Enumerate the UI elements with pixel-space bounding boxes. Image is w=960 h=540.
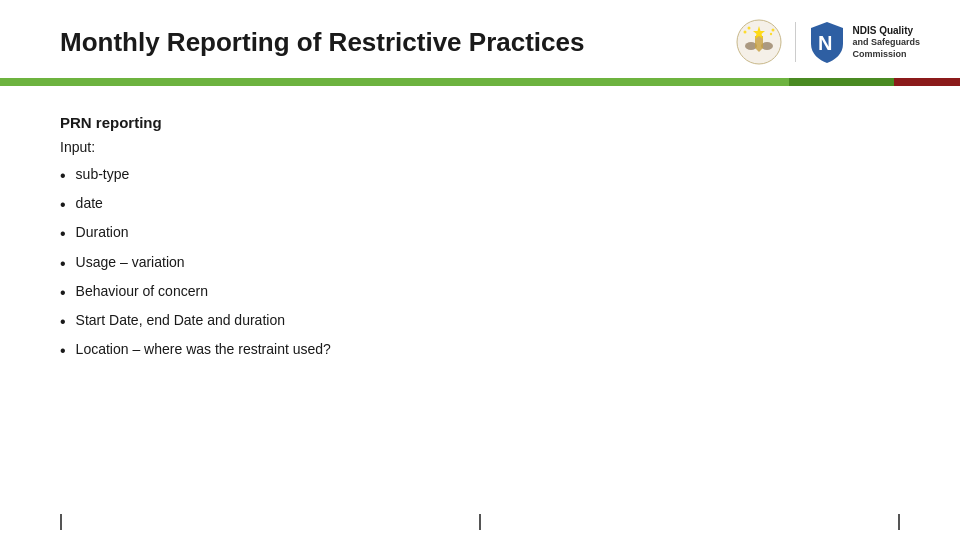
svg-point-7 bbox=[770, 33, 772, 35]
cursor-left bbox=[60, 514, 62, 530]
section-title: PRN reporting bbox=[60, 114, 900, 131]
svg-text:N: N bbox=[818, 32, 832, 54]
input-label: Input: bbox=[60, 139, 900, 155]
ndis-label: NDIS Quality and Safeguards Commission bbox=[852, 24, 920, 60]
logo-divider bbox=[795, 22, 796, 62]
bar-segment-red bbox=[894, 78, 960, 86]
cursor-right bbox=[898, 514, 900, 530]
list-item: Behaviour of concern bbox=[60, 278, 900, 307]
bottom-cursors bbox=[0, 514, 960, 530]
list-item: sub-type bbox=[60, 161, 900, 190]
svg-point-6 bbox=[772, 29, 775, 32]
bullet-list: sub-typedateDurationUsage – variationBeh… bbox=[60, 161, 900, 365]
color-bar bbox=[0, 78, 960, 86]
bar-segment-green bbox=[0, 78, 789, 86]
ndis-logo: N NDIS Quality and Safeguards Commission bbox=[808, 20, 920, 64]
page: Monthly Reporting of Restrictive Practic… bbox=[0, 0, 960, 540]
logo-area: N NDIS Quality and Safeguards Commission bbox=[735, 18, 920, 66]
list-item: Duration bbox=[60, 219, 900, 248]
coat-of-arms-icon bbox=[735, 18, 783, 66]
list-item: Usage – variation bbox=[60, 249, 900, 278]
bar-segment-mid-green bbox=[789, 78, 894, 86]
ndis-shield-icon: N bbox=[808, 20, 846, 64]
svg-point-4 bbox=[744, 31, 747, 34]
cursor-center bbox=[479, 514, 481, 530]
header: Monthly Reporting of Restrictive Practic… bbox=[0, 0, 960, 78]
main-content: PRN reporting Input: sub-typedateDuratio… bbox=[0, 86, 960, 385]
list-item: date bbox=[60, 190, 900, 219]
svg-point-5 bbox=[748, 27, 751, 30]
page-title: Monthly Reporting of Restrictive Practic… bbox=[60, 27, 584, 58]
list-item: Location – where was the restraint used? bbox=[60, 336, 900, 365]
list-item: Start Date, end Date and duration bbox=[60, 307, 900, 336]
